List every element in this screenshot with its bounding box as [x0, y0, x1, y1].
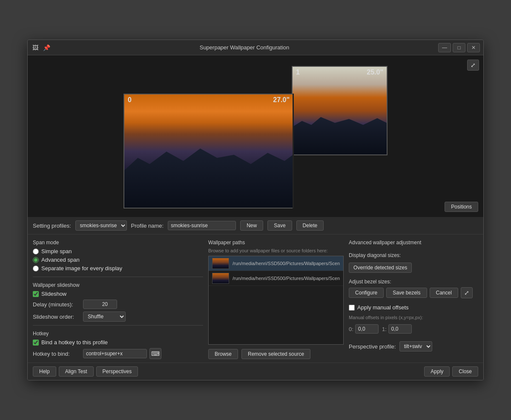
apply-button[interactable]: Apply	[424, 366, 450, 377]
display-sizes-label: Display diagonal sizes:	[349, 252, 496, 258]
positions-button[interactable]: Positions	[445, 202, 478, 212]
minimize-button[interactable]: —	[438, 43, 451, 52]
span-mode-advanced-label: Advanced span	[41, 257, 80, 263]
slideshow-checkbox-item[interactable]: Slideshow	[33, 291, 203, 297]
slideshow-checkbox[interactable]	[33, 291, 39, 297]
setting-profiles-select[interactable]: smokies-sunrise	[75, 220, 127, 231]
order-label: Slideshow order:	[33, 314, 80, 320]
slideshow-section: Slideshow Delay (minutes): Slideshow ord…	[33, 291, 203, 322]
profile-name-input[interactable]	[168, 221, 236, 230]
bind-hotkey-label: Bind a hotkey to this profile	[41, 339, 108, 346]
monitor-1-label: 1	[296, 69, 300, 76]
right-panel: Advanced wallpaper adjustment Display di…	[349, 238, 496, 359]
span-mode-advanced[interactable]: Advanced span	[33, 257, 203, 263]
divider-1	[33, 277, 203, 277]
remove-source-button[interactable]: Remove selected source	[241, 349, 310, 359]
profile-name-label: Profile name:	[131, 223, 164, 229]
slideshow-order-select[interactable]: Shuffle Alphabetical Random	[83, 311, 126, 322]
close-button[interactable]: Close	[452, 366, 478, 377]
perspective-label: Perspective profile:	[349, 343, 396, 350]
hotkey-input[interactable]	[83, 349, 147, 358]
span-mode-simple-radio[interactable]	[33, 249, 39, 254]
wallpaper-item-1[interactable]: /run/media/henri/SSD500/Pictures/Wallpap…	[209, 271, 343, 286]
offset-1-label: 1:	[382, 326, 387, 332]
offset-1-input[interactable]	[388, 324, 412, 334]
wallpaper-thumb-1	[212, 273, 229, 284]
profiles-label: Setting profiles:	[33, 223, 71, 229]
save-bezels-button[interactable]: Save bezels	[386, 288, 427, 298]
monitor-1-size: 25.0"	[367, 69, 383, 76]
offset-0-input[interactable]	[355, 324, 379, 334]
pin-icon: 📌	[42, 43, 51, 52]
span-mode-separate-radio[interactable]	[33, 266, 39, 271]
override-sizes-button[interactable]: Override detected sizes	[349, 263, 412, 273]
monitor-divider	[293, 94, 294, 209]
maximize-button[interactable]: □	[453, 43, 465, 52]
thumb-gradient-0	[212, 258, 229, 269]
apply-manual-offsets-item[interactable]: Apply manual offsets	[349, 304, 496, 311]
perspective-select[interactable]: tilt+swiv none tilt swiv	[399, 341, 432, 351]
monitor-1: 1 25.0"	[292, 66, 388, 155]
monitor-0-label: 0	[128, 96, 132, 104]
bind-hotkey-checkbox-item[interactable]: Bind a hotkey to this profile	[33, 339, 203, 346]
perspective-row: Perspective profile: tilt+swiv none tilt…	[349, 341, 496, 351]
hotkey-record-button[interactable]: ⌨	[149, 348, 161, 359]
span-mode-title: Span mode	[33, 240, 203, 246]
monitor-1-wallpaper	[293, 67, 387, 154]
main-content: Span mode Simple span Advanced span Sepa…	[28, 234, 483, 363]
delay-row: Delay (minutes):	[33, 300, 203, 309]
middle-panel: Wallpaper paths Browse to add your wallp…	[203, 238, 349, 359]
configure-bezel-button[interactable]: Configure	[349, 288, 384, 298]
delay-input[interactable]	[83, 300, 117, 309]
left-panel: Span mode Simple span Advanced span Sepa…	[33, 238, 203, 359]
manual-offset-row: 0: 1:	[349, 324, 496, 334]
order-row: Slideshow order: Shuffle Alphabetical Ra…	[33, 311, 203, 322]
hotkey-label: Hotkey to bind:	[33, 351, 80, 357]
bind-hotkey-checkbox[interactable]	[33, 340, 39, 346]
browse-row: Browse Remove selected source	[208, 349, 344, 359]
bezel-preview-button[interactable]: ⤢	[461, 287, 473, 298]
apply-manual-offsets-checkbox[interactable]	[349, 305, 355, 311]
browse-button[interactable]: Browse	[208, 349, 238, 359]
help-button[interactable]: Help	[33, 366, 56, 377]
thumb-gradient-1	[212, 273, 229, 283]
offset-0-label: 0:	[349, 326, 353, 332]
hotkey-section: Bind a hotkey to this profile Hotkey to …	[33, 339, 203, 359]
slideshow-title: Wallpaper slideshow	[33, 282, 203, 288]
bezel-row: Configure Save bezels Cancel ⤢	[349, 287, 496, 298]
app-window: 🖼 📌 Superpaper Wallpaper Configuration —…	[27, 40, 484, 380]
new-profile-button[interactable]: New	[240, 220, 263, 231]
monitor-container: 1 25.0" 0 27.0"	[123, 66, 388, 211]
align-test-button[interactable]: Align Test	[59, 366, 94, 377]
wallpaper-item-0[interactable]: /run/media/henri/SSD500/Pictures/Wallpap…	[209, 256, 343, 271]
span-mode-simple[interactable]: Simple span	[33, 248, 203, 254]
cancel-bezel-button[interactable]: Cancel	[430, 288, 458, 298]
monitor-0: 0 27.0"	[123, 94, 294, 209]
titlebar-controls: — □ ✕	[438, 43, 480, 52]
divider-2	[33, 325, 203, 326]
preview-area: 1 25.0" 0 27.0" Positions ⤢	[28, 55, 483, 217]
close-window-button[interactable]: ✕	[467, 43, 480, 52]
perspectives-button[interactable]: Perspectives	[96, 366, 138, 377]
wallpaper-list[interactable]: /run/media/henri/SSD500/Pictures/Wallpap…	[208, 256, 344, 345]
span-mode-separate-label: Separate image for every display	[41, 265, 122, 271]
save-profile-button[interactable]: Save	[267, 220, 292, 231]
apply-manual-offsets-label: Apply manual offsets	[357, 304, 408, 311]
hotkey-input-group: ⌨	[83, 348, 161, 359]
monitor-0-size: 27.0"	[273, 96, 290, 104]
span-mode-advanced-radio[interactable]	[33, 257, 39, 263]
span-mode-simple-label: Simple span	[41, 248, 72, 254]
wallpaper-path-0: /run/media/henri/SSD500/Pictures/Wallpap…	[233, 261, 340, 266]
window-title: Superpaper Wallpaper Configuration	[51, 44, 438, 51]
bezel-sizes-label: Adjust bezel sizes:	[349, 279, 496, 285]
span-mode-radio-group: Simple span Advanced span Separate image…	[33, 248, 203, 271]
bottom-right: Apply Close	[424, 366, 478, 377]
span-mode-separate[interactable]: Separate image for every display	[33, 265, 203, 271]
wallpaper-paths-hint: Browse to add your wallpaper files or so…	[208, 248, 344, 253]
hotkey-title: Hotkey	[33, 331, 203, 337]
delay-label: Delay (minutes):	[33, 301, 80, 308]
titlebar: 🖼 📌 Superpaper Wallpaper Configuration —…	[28, 40, 483, 55]
delete-profile-button[interactable]: Delete	[296, 220, 324, 231]
expand-preview-button[interactable]: ⤢	[467, 60, 479, 71]
wallpaper-path-1: /run/media/henri/SSD500/Pictures/Wallpap…	[233, 276, 340, 281]
